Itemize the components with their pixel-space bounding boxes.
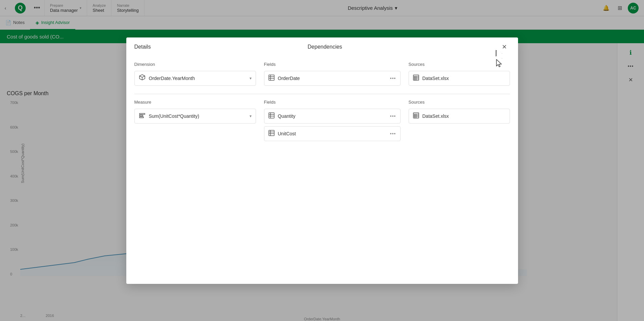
svg-rect-12 (139, 117, 144, 118)
measure-item-icon (139, 112, 146, 120)
dimension-fields-header: Fields (264, 62, 401, 67)
measure-fields-column: Fields Quantity ••• (264, 100, 401, 144)
svg-rect-11 (139, 115, 143, 116)
dimension-item-card[interactable]: OrderDate.YearMonth ▾ (134, 71, 256, 86)
dimension-item-icon (139, 74, 146, 82)
measure-field-unitcost[interactable]: UnitCost ••• (264, 126, 401, 141)
measure-item-label: Sum(UnitCost*Quantity) (149, 113, 246, 119)
dimension-item-label: OrderDate.YearMonth (149, 76, 246, 81)
field-table-icon (268, 75, 275, 82)
dimension-source-card: DataSet.xlsx (409, 71, 510, 86)
section-divider (134, 94, 510, 94)
measure-header: Measure (134, 100, 256, 105)
quantity-field-more-icon[interactable]: ••• (390, 113, 396, 119)
measure-item-chevron-icon[interactable]: ▾ (250, 114, 252, 118)
modal-header: Details Dependencies ✕ (126, 37, 518, 56)
modal-dependencies-label: Dependencies (151, 44, 499, 50)
dimension-fields-column: Fields OrderDate ••• (264, 62, 401, 88)
measure-sources-header: Sources (409, 100, 510, 105)
measure-sources-column: Sources DataSet.xlsx (409, 100, 510, 144)
unitcost-field-more-icon[interactable]: ••• (390, 131, 396, 136)
unitcost-field-icon (268, 130, 275, 137)
dimension-field-orderdate[interactable]: OrderDate ••• (264, 71, 401, 86)
measure-source-label: DataSet.xlsx (422, 113, 506, 119)
dimension-field-more-icon[interactable]: ••• (390, 76, 396, 81)
modal-close-button[interactable]: ✕ (499, 42, 510, 52)
svg-rect-13 (269, 113, 274, 118)
measure-field-quantity-label: Quantity (278, 113, 387, 119)
measure-fields-header: Fields (264, 100, 401, 105)
measure-source-card: DataSet.xlsx (409, 109, 510, 124)
measure-field-unitcost-label: UnitCost (278, 131, 387, 136)
svg-rect-0 (269, 75, 274, 80)
measure-source-table-icon (413, 112, 419, 119)
modal-details-label: Details (134, 44, 151, 50)
measure-field-quantity[interactable]: Quantity ••• (264, 109, 401, 124)
dimension-field-orderdate-label: OrderDate (278, 76, 387, 81)
dimension-sources-column: Sources DataSet.xlsx (409, 62, 510, 88)
dimension-column: Dimension OrderDate.YearMonth ▾ (134, 62, 256, 88)
svg-rect-10 (139, 113, 145, 114)
measure-column: Measure Sum(UnitCost*Quantity) ▾ (134, 100, 256, 144)
modal-body: Dimension OrderDate.YearMonth ▾ (126, 56, 518, 284)
dimension-sources-header: Sources (409, 62, 510, 67)
dimension-section-row: Dimension OrderDate.YearMonth ▾ (134, 62, 510, 88)
dimension-source-label: DataSet.xlsx (422, 76, 506, 81)
measure-section-row: Measure Sum(UnitCost*Quantity) ▾ Fields (134, 100, 510, 144)
measure-item-card[interactable]: Sum(UnitCost*Quantity) ▾ (134, 109, 256, 124)
source-table-icon (413, 75, 419, 82)
modal-dialog: Details Dependencies ✕ Dimension (126, 37, 518, 284)
dimension-item-chevron-icon[interactable]: ▾ (250, 76, 252, 81)
svg-rect-17 (269, 130, 274, 136)
quantity-field-icon (268, 112, 275, 120)
dimension-header: Dimension (134, 62, 256, 67)
